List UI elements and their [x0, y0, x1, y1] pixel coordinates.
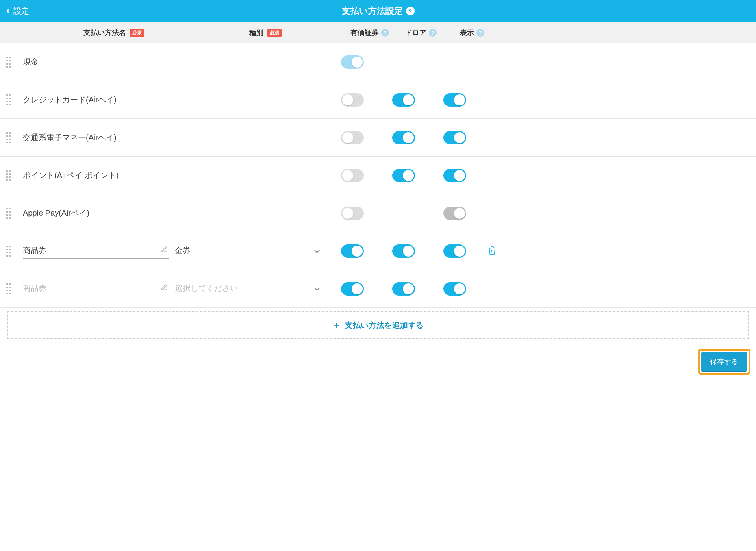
drawer-toggle[interactable]	[392, 131, 415, 144]
payment-name: 現金	[17, 57, 169, 67]
payment-name-input[interactable]	[23, 284, 158, 293]
payment-type-select[interactable]: 選択してください	[173, 281, 323, 297]
chevron-down-icon	[314, 248, 320, 253]
payment-type-value: 選択してください	[175, 283, 238, 294]
payment-row: 金券	[0, 232, 756, 270]
display-toggle[interactable]	[443, 244, 466, 258]
col-drawer-label: ドロア	[405, 28, 426, 37]
payment-name: クレジットカード(Airペイ)	[17, 94, 169, 105]
edit-icon	[161, 284, 168, 293]
drawer-toggle[interactable]	[392, 169, 415, 182]
payment-name-input[interactable]	[23, 246, 158, 255]
securities-toggle[interactable]	[341, 93, 364, 107]
rows-container: 現金クレジットカード(Airペイ)交通系電子マネー(Airペイ)ポイント(Air…	[0, 43, 756, 308]
chevron-left-icon	[6, 8, 12, 14]
save-button[interactable]: 保存する	[701, 352, 747, 372]
securities-toggle[interactable]	[341, 282, 364, 296]
payment-row: Apple Pay(Airペイ)	[0, 194, 756, 232]
footer: 保存する	[0, 345, 756, 380]
display-toggle[interactable]	[443, 282, 466, 296]
edit-icon	[161, 246, 168, 255]
drag-handle[interactable]	[0, 283, 17, 294]
col-type-label: 種別	[249, 28, 263, 37]
col-name-label: 支払い方法名	[83, 28, 126, 37]
payment-row: ポイント(Airペイ ポイント)	[0, 157, 756, 194]
required-badge: 必須	[130, 29, 144, 37]
add-payment-button[interactable]: ＋ 支払い方法を追加する	[7, 311, 749, 339]
plus-icon: ＋	[332, 319, 341, 331]
payment-name: ポイント(Airペイ ポイント)	[17, 170, 169, 181]
securities-toggle[interactable]	[341, 169, 364, 182]
help-icon[interactable]: ?	[406, 7, 415, 15]
chevron-down-icon	[314, 285, 320, 291]
help-icon[interactable]: ?	[429, 29, 437, 37]
display-toggle	[443, 207, 466, 220]
payment-type-select[interactable]: 金券	[173, 243, 323, 259]
col-display-label: 表示	[460, 28, 474, 37]
drawer-toggle[interactable]	[392, 244, 415, 258]
required-badge: 必須	[267, 29, 282, 37]
display-toggle[interactable]	[443, 131, 466, 144]
col-securities-label: 有価証券	[350, 28, 379, 37]
display-toggle[interactable]	[443, 169, 466, 182]
add-label: 支払い方法を追加する	[345, 320, 424, 331]
securities-toggle[interactable]	[341, 131, 364, 144]
drag-handle[interactable]	[0, 94, 17, 105]
drawer-toggle[interactable]	[392, 282, 415, 296]
payment-name: 交通系電子マネー(Airペイ)	[17, 132, 169, 143]
securities-toggle[interactable]	[341, 207, 364, 220]
payment-row: 交通系電子マネー(Airペイ)	[0, 119, 756, 157]
display-toggle[interactable]	[443, 93, 466, 107]
app-header: 設定 支払い方法設定 ?	[0, 0, 756, 22]
drag-handle[interactable]	[0, 57, 17, 68]
back-button[interactable]: 設定	[0, 6, 36, 17]
page-title: 支払い方法設定	[342, 5, 403, 17]
drag-handle[interactable]	[0, 170, 17, 181]
payment-name: Apple Pay(Airペイ)	[17, 208, 169, 218]
delete-button[interactable]	[487, 246, 497, 257]
column-header-row: 支払い方法名 必須 種別 必須 有価証券 ? ドロア ? 表示 ?	[0, 22, 756, 43]
payment-type-value: 金券	[175, 245, 191, 256]
securities-toggle	[341, 55, 364, 69]
payment-row: クレジットカード(Airペイ)	[0, 81, 756, 119]
drag-handle[interactable]	[0, 208, 17, 219]
payment-row: 現金	[0, 43, 756, 81]
save-button-highlight: 保存する	[698, 349, 750, 375]
drag-handle[interactable]	[0, 132, 17, 143]
drawer-toggle[interactable]	[392, 93, 415, 107]
back-label: 設定	[13, 6, 29, 17]
help-icon[interactable]: ?	[476, 29, 484, 37]
payment-row: 選択してください	[0, 270, 756, 308]
drag-handle[interactable]	[0, 246, 17, 257]
help-icon[interactable]: ?	[381, 29, 389, 37]
securities-toggle[interactable]	[341, 244, 364, 258]
